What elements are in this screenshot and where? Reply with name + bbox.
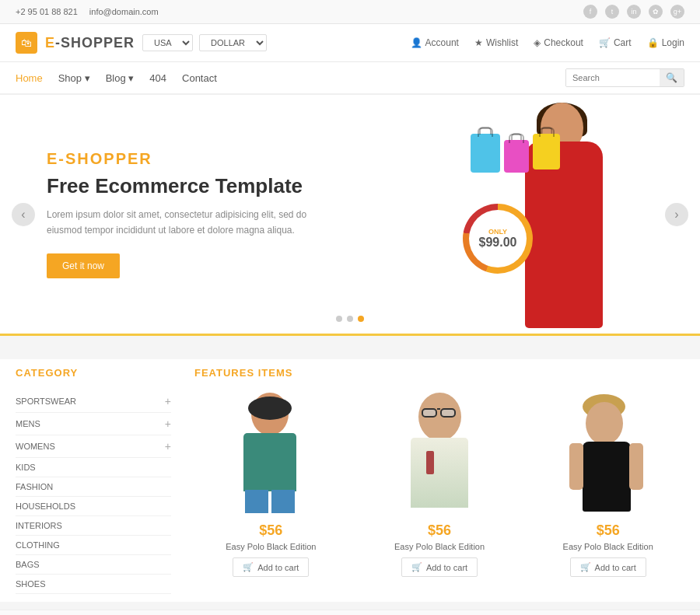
- top-bar-left: +2 95 01 88 821 info@domain.com: [16, 7, 159, 16]
- head-3: [586, 402, 623, 445]
- hair-1: [248, 397, 292, 420]
- category-sportswear[interactable]: SPORTSWEAR +: [16, 390, 171, 413]
- pinterest-icon[interactable]: ✿: [649, 5, 663, 19]
- add-to-cart-label-2: Add to cart: [426, 563, 467, 572]
- checkout-icon: ◈: [534, 37, 541, 48]
- googleplus-icon[interactable]: g+: [670, 5, 684, 19]
- pants-l-1: [245, 490, 268, 513]
- category-fashion[interactable]: FASHION: [16, 477, 171, 497]
- checkout-label: Checkout: [544, 37, 583, 48]
- hero-title: Free Ecommerce Template: [47, 174, 311, 198]
- sportswear-plus-icon: +: [165, 395, 171, 407]
- account-link[interactable]: 👤 Account: [411, 37, 459, 48]
- product-price-3: $56: [597, 522, 620, 539]
- linkedin-icon[interactable]: in: [627, 5, 641, 19]
- category-title: CATEGORY: [16, 367, 171, 379]
- currency-dropdown[interactable]: DOLLAR: [199, 34, 267, 51]
- country-dropdown[interactable]: USA: [142, 34, 193, 51]
- womens-plus-icon: +: [165, 440, 171, 453]
- search-button[interactable]: 🔍: [660, 69, 684, 86]
- products-grid: $56 Easy Polo Black Edition 🛒 Add to car…: [194, 390, 684, 577]
- cart-link[interactable]: 🛒 Cart: [599, 37, 632, 48]
- logo-e: E: [45, 35, 55, 51]
- glasses-l: [422, 408, 437, 418]
- cart-label: Cart: [614, 37, 632, 48]
- products-title: FEATURES ITEMS: [194, 367, 684, 379]
- logo-area: 🛍 E-SHOPPER USA DOLLAR: [16, 32, 267, 54]
- product-name-2: Easy Polo Black Edition: [394, 542, 485, 551]
- category-interiors[interactable]: INTERIORS: [16, 516, 171, 536]
- hero-slider: ‹ E-SHOPPER Free Ecommerce Template Lore…: [0, 95, 700, 336]
- nav-404[interactable]: 404: [149, 72, 166, 84]
- slider-next-button[interactable]: ›: [665, 203, 688, 226]
- hero-description: Lorem ipsum dolor sit amet, consectetur …: [47, 208, 311, 237]
- logo-icon: 🛍: [16, 32, 37, 54]
- pants-r-1: [271, 490, 295, 513]
- featured-products: FEATURES ITEMS $56 Easy Polo Black Editi…: [171, 359, 684, 602]
- product-name-3: Easy Polo Black Edition: [563, 542, 653, 551]
- tie-2: [426, 451, 434, 474]
- product-card-3: $56 Easy Polo Black Edition 🛒 Add to car…: [531, 390, 684, 577]
- nav-home[interactable]: Home: [16, 72, 43, 84]
- product-card-1: $56 Easy Polo Black Edition 🛒 Add to car…: [194, 390, 348, 577]
- wishlist-link[interactable]: ★ Wishlist: [474, 37, 518, 48]
- shopping-bags: [471, 134, 560, 173]
- slider-dot-1[interactable]: [336, 316, 342, 322]
- category-clothing[interactable]: CLOTHING: [16, 536, 171, 555]
- bottom-actions-bar: ★ Add to wishlist ⇄ Add to compare ★ Add…: [0, 610, 700, 615]
- cart-icon-btn-2: 🛒: [411, 562, 422, 572]
- nav-blog[interactable]: Blog ▾: [106, 72, 135, 84]
- category-mens-label: MENS: [16, 419, 40, 428]
- product-image-2: [363, 390, 516, 515]
- nav-contact[interactable]: Contact: [182, 72, 217, 84]
- add-to-cart-label-3: Add to cart: [595, 563, 636, 572]
- slider-dots: [336, 316, 364, 322]
- category-mens[interactable]: MENS +: [16, 413, 171, 435]
- category-sportswear-label: SPORTSWEAR: [16, 397, 76, 406]
- twitter-icon[interactable]: t: [605, 5, 619, 19]
- facebook-icon[interactable]: f: [583, 5, 597, 19]
- product-figure-1: [228, 393, 313, 513]
- category-bags[interactable]: BAGS: [16, 555, 171, 575]
- hero-cta-button[interactable]: Get it now: [47, 253, 120, 278]
- category-kids[interactable]: KIDS: [16, 458, 171, 477]
- category-households[interactable]: HOUSEHOLDS: [16, 497, 171, 516]
- header-nav: 👤 Account ★ Wishlist ◈ Checkout 🛒 Cart 🔒…: [411, 37, 684, 48]
- product-figure-3: [565, 393, 651, 513]
- add-to-cart-button-3[interactable]: 🛒 Add to cart: [570, 557, 646, 577]
- price-badge: ONLY $99.00: [463, 204, 533, 274]
- checkout-link[interactable]: ◈ Checkout: [534, 37, 583, 48]
- nav-links: Home Shop ▾ Blog ▾ 404 Contact: [16, 72, 217, 84]
- product-price-2: $56: [428, 522, 451, 539]
- glasses-r: [440, 408, 456, 418]
- slider-prev-button[interactable]: ‹: [12, 203, 35, 226]
- price-only-label: ONLY: [488, 228, 507, 236]
- category-womens[interactable]: WOMENS +: [16, 435, 171, 458]
- account-label: Account: [425, 37, 459, 48]
- slider-dot-3[interactable]: [358, 316, 364, 322]
- category-households-label: HOUSEHOLDS: [16, 501, 75, 511]
- login-link[interactable]: 🔒 Login: [647, 37, 684, 48]
- product-card-2: $56 Easy Polo Black Edition 🛒 Add to car…: [363, 390, 516, 577]
- search-box: 🔍: [565, 68, 684, 87]
- product-image-3: [531, 390, 684, 515]
- product-price-1: $56: [259, 522, 282, 539]
- category-shoes-label: SHOES: [16, 579, 46, 589]
- category-interiors-label: INTERIORS: [16, 521, 62, 530]
- navigation-bar: Home Shop ▾ Blog ▾ 404 Contact 🔍: [0, 62, 700, 95]
- slider-dot-2[interactable]: [347, 316, 353, 322]
- cart-icon-btn-1: 🛒: [243, 562, 254, 572]
- add-to-cart-button-1[interactable]: 🛒 Add to cart: [233, 557, 309, 577]
- logo-text: E-SHOPPER: [45, 35, 135, 51]
- hero-price: $99.00: [479, 236, 517, 250]
- category-sidebar: CATEGORY SPORTSWEAR + MENS + WOMENS + KI…: [16, 359, 171, 602]
- main-content: CATEGORY SPORTSWEAR + MENS + WOMENS + KI…: [0, 359, 700, 602]
- login-label: Login: [662, 37, 684, 48]
- product-image-1: [194, 390, 348, 515]
- wishlist-label: Wishlist: [486, 37, 518, 48]
- search-input[interactable]: [566, 69, 660, 86]
- product-figure-2: [397, 393, 482, 513]
- nav-shop[interactable]: Shop ▾: [58, 72, 90, 84]
- add-to-cart-button-2[interactable]: 🛒 Add to cart: [401, 557, 478, 577]
- category-shoes[interactable]: SHOES: [16, 575, 171, 594]
